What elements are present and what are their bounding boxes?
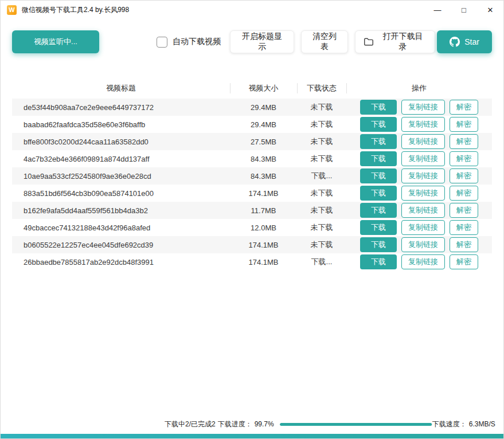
decrypt-button[interactable]: 解密 — [450, 203, 478, 218]
row-size: 84.3MB — [230, 172, 297, 181]
download-button[interactable]: 下载 — [360, 151, 397, 166]
decrypt-button[interactable]: 解密 — [450, 254, 478, 269]
row-status: 下载... — [297, 257, 346, 267]
open-download-dir-label: 打开下载目录 — [379, 32, 427, 52]
row-size: 174.1MB — [230, 189, 297, 198]
copy-link-button[interactable]: 复制链接 — [401, 151, 445, 166]
row-actions: 下载 复制链接 解密 — [346, 100, 492, 115]
download-button[interactable]: 下载 — [360, 100, 397, 115]
row-title: b0605522e12257ec4ee045dfe692cd39 — [12, 241, 230, 249]
video-table: 视频标题 视频大小 下载状态 操作 de53f44b908aa7ce2e9eee… — [12, 78, 492, 271]
speed-value: 6.3MB/S — [469, 420, 495, 428]
monitor-status-button[interactable]: 视频监听中... — [12, 30, 99, 53]
row-actions: 下载 复制链接 解密 — [346, 168, 492, 183]
row-status: 下载... — [297, 171, 346, 181]
bottom-accent-strip — [1, 434, 503, 438]
window-title: 微信视频号下载工具2.4 by.长风998 — [22, 5, 129, 15]
row-title: b162fe9afa5dd4aaf559f561bb4da3b2 — [12, 206, 230, 215]
download-button[interactable]: 下载 — [360, 186, 397, 201]
table-row: b0605522e12257ec4ee045dfe692cd39 174.1MB… — [12, 236, 492, 253]
title-display-button[interactable]: 开启标题显示 — [230, 30, 294, 53]
copy-link-button[interactable]: 复制链接 — [401, 117, 445, 132]
header-download-status: 下载状态 — [297, 78, 346, 99]
download-button[interactable]: 下载 — [360, 203, 397, 218]
download-button[interactable]: 下载 — [360, 134, 397, 149]
row-size: 11.7MB — [230, 206, 297, 215]
github-star-label: Star — [464, 37, 479, 46]
github-star-button[interactable]: Star — [437, 30, 492, 53]
copy-link-button[interactable]: 复制链接 — [401, 237, 445, 252]
download-speed-group: 下载速度： 6.3MB/S — [432, 420, 495, 429]
auto-download-checkbox[interactable] — [157, 37, 167, 48]
copy-link-button[interactable]: 复制链接 — [401, 203, 445, 218]
decrypt-button[interactable]: 解密 — [450, 168, 478, 183]
download-count-text: 下载中2/已完成2 — [165, 420, 216, 429]
table-row: b162fe9afa5dd4aaf559f561bb4da3b2 11.7MB … — [12, 202, 492, 219]
decrypt-button[interactable]: 解密 — [450, 220, 478, 235]
progress-label: 下载进度： — [218, 420, 252, 429]
status-bar: 下载中2/已完成2 下载进度： 99.7% 下载速度： 6.3MB/S — [1, 418, 503, 430]
close-button[interactable]: ✕ — [477, 1, 503, 19]
row-title: de53f44b908aa7ce2e9eee6449737172 — [12, 103, 230, 112]
folder-icon — [364, 37, 374, 46]
row-status: 未下载 — [297, 205, 346, 215]
download-button[interactable]: 下载 — [360, 117, 397, 132]
download-button[interactable]: 下载 — [360, 237, 397, 252]
table-row: 10ae9aa533cf2524580f9ae36e0e28cd 84.3MB … — [12, 167, 492, 185]
row-title: 883a51bd6f564cb3b090ea5874101e00 — [12, 189, 230, 198]
row-title: 10ae9aa533cf2524580f9ae36e0e28cd — [12, 172, 230, 181]
decrypt-button[interactable]: 解密 — [450, 237, 478, 252]
copy-link-button[interactable]: 复制链接 — [401, 168, 445, 183]
table-row: 49cbaccec74132188e43d42f96a8afed 12.0MB … — [12, 219, 492, 236]
row-size: 29.4MB — [230, 103, 297, 112]
table-row: 4ac7b32eb4e366f09891a874dd137aff 84.3MB … — [12, 150, 492, 167]
copy-link-button[interactable]: 复制链接 — [401, 254, 445, 269]
toolbar: 视频监听中... 自动下载视频 开启标题显示 清空列表 打开下载目录 Star — [1, 19, 503, 53]
decrypt-button[interactable]: 解密 — [450, 151, 478, 166]
row-actions: 下载 复制链接 解密 — [346, 134, 492, 149]
copy-link-button[interactable]: 复制链接 — [401, 134, 445, 149]
table-row: baabad62faafdca35d58e60e3f6baffb 29.4MB … — [12, 116, 492, 133]
row-actions: 下载 复制链接 解密 — [346, 117, 492, 132]
row-actions: 下载 复制链接 解密 — [346, 254, 492, 269]
row-title: 49cbaccec74132188e43d42f96a8afed — [12, 224, 230, 232]
row-actions: 下载 复制链接 解密 — [346, 237, 492, 252]
clear-list-button[interactable]: 清空列表 — [301, 30, 348, 53]
row-size: 12.0MB — [230, 224, 297, 232]
row-title: bffe800f3c0200d244caa11a63582dd0 — [12, 138, 230, 146]
row-status: 未下载 — [297, 154, 346, 164]
row-title: 26bbaedbe7855817ab2e92dcb48f3991 — [12, 258, 230, 266]
maximize-button[interactable]: □ — [451, 1, 477, 19]
row-actions: 下载 复制链接 解密 — [346, 220, 492, 235]
download-button[interactable]: 下载 — [360, 254, 397, 269]
open-download-dir-button[interactable]: 打开下载目录 — [355, 30, 435, 53]
row-title: baabad62faafdca35d58e60e3f6baffb — [12, 120, 230, 129]
row-status: 未下载 — [297, 136, 346, 147]
copy-link-button[interactable]: 复制链接 — [401, 100, 445, 115]
row-actions: 下载 复制链接 解密 — [346, 151, 492, 166]
app-icon: W — [7, 5, 17, 15]
decrypt-button[interactable]: 解密 — [450, 117, 478, 132]
row-size: 174.1MB — [230, 241, 297, 249]
decrypt-button[interactable]: 解密 — [450, 100, 478, 115]
decrypt-button[interactable]: 解密 — [450, 186, 478, 201]
header-video-size: 视频大小 — [230, 78, 297, 99]
row-status: 未下载 — [297, 188, 346, 198]
header-video-title: 视频标题 — [12, 78, 230, 99]
speed-label: 下载速度： — [432, 420, 467, 429]
minimize-button[interactable]: — — [424, 1, 451, 19]
copy-link-button[interactable]: 复制链接 — [401, 186, 445, 201]
auto-download-label: 自动下载视频 — [173, 37, 221, 47]
row-status: 未下载 — [297, 102, 346, 112]
decrypt-button[interactable]: 解密 — [450, 134, 478, 149]
copy-link-button[interactable]: 复制链接 — [401, 220, 445, 235]
row-status: 未下载 — [297, 240, 346, 250]
progress-value: 99.7% — [255, 420, 274, 428]
progress-bar — [280, 423, 432, 426]
row-status: 未下载 — [297, 119, 346, 130]
download-button[interactable]: 下载 — [360, 168, 397, 183]
table-header: 视频标题 视频大小 下载状态 操作 — [12, 78, 492, 99]
table-body: de53f44b908aa7ce2e9eee6449737172 29.4MB … — [12, 99, 492, 271]
github-icon — [450, 37, 460, 47]
download-button[interactable]: 下载 — [360, 220, 397, 235]
